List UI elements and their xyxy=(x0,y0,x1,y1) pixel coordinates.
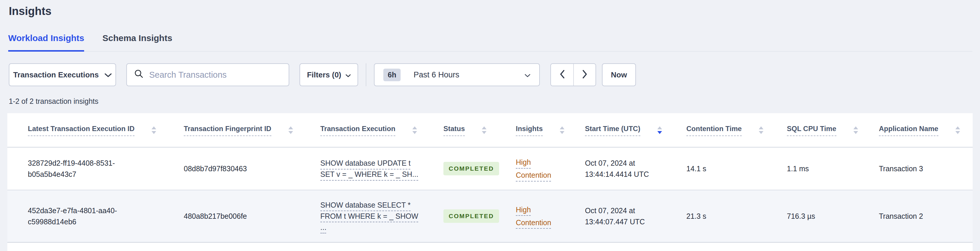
column-header-execution-id[interactable]: Latest Transaction Execution ID xyxy=(7,113,184,147)
sort-icon xyxy=(759,126,764,134)
now-button[interactable]: Now xyxy=(602,63,636,86)
start-time: Oct 07, 2024 at xyxy=(585,205,686,216)
sql-cpu-time: 716.3 µs xyxy=(787,212,815,220)
page-title: Insights xyxy=(9,5,971,18)
status-badge: COMPLETED xyxy=(444,209,499,223)
column-header-fingerprint-id[interactable]: Transaction Fingerprint ID xyxy=(184,113,320,147)
sort-icon xyxy=(560,126,565,134)
transaction-execution-link[interactable]: SHOW database UPDATE t SET v = _ WHERE k… xyxy=(320,157,444,180)
start-time: Oct 07, 2024 at xyxy=(585,157,686,169)
sort-icon xyxy=(288,126,293,134)
controls-row: Transaction Executions Filters (0) 6h Pa… xyxy=(9,63,971,86)
transaction-execution-link[interactable]: SHOW database SELECT * FROM t WHERE k = … xyxy=(320,200,444,233)
sort-icon xyxy=(853,126,858,134)
application-name: Transaction 3 xyxy=(879,165,923,173)
chevron-down-icon xyxy=(345,70,351,80)
execution-id: 452da3e7-e7fa-4801-aa40-c59988d14eb6 xyxy=(28,205,134,227)
tab-bar: Workload Insights Schema Insights xyxy=(8,33,972,51)
previous-time-range-button[interactable] xyxy=(551,64,573,86)
table-row: 452da3e7-e7fa-4801-aa40-c59988d14eb6 480… xyxy=(7,190,973,242)
page-header: Insights xyxy=(0,0,980,18)
chevron-right-icon xyxy=(582,70,587,80)
sort-icon xyxy=(412,126,417,134)
time-range-label: Past 6 Hours xyxy=(414,70,525,80)
time-range-badge: 6h xyxy=(383,69,401,81)
filters-label: Filters (0) xyxy=(307,70,341,80)
column-header-start-time[interactable]: Start Time (UTC) xyxy=(585,113,686,147)
view-select-dropdown[interactable]: Transaction Executions xyxy=(9,63,116,86)
insight-high-contention-link[interactable]: High Contention xyxy=(516,203,560,229)
search-icon xyxy=(134,69,144,81)
insights-table: Latest Transaction Execution ID Transact… xyxy=(7,113,973,243)
insight-high-contention-link[interactable]: High Contention xyxy=(516,156,560,182)
execution-id: 328729d2-ff19-4408-8531-b05a5b4e43c7 xyxy=(28,157,134,180)
fingerprint-id: 08d8b7d97f830463 xyxy=(184,165,247,173)
search-input[interactable] xyxy=(149,70,278,80)
time-range-picker[interactable]: 6h Past 6 Hours xyxy=(374,63,540,86)
results-count: 1-2 of 2 transaction insights xyxy=(9,97,971,106)
chevron-down-icon xyxy=(105,70,111,80)
sort-icon xyxy=(482,126,487,134)
time-range-pager xyxy=(550,63,596,86)
fingerprint-id: 480a8b217be006fe xyxy=(184,212,247,220)
column-header-sql-cpu-time[interactable]: SQL CPU Time xyxy=(787,113,879,147)
application-name: Transaction 2 xyxy=(879,212,923,220)
next-time-range-button[interactable] xyxy=(573,64,595,86)
contention-time: 21.3 s xyxy=(686,212,706,220)
sort-icon xyxy=(151,126,156,134)
status-badge: COMPLETED xyxy=(444,162,499,175)
chevron-left-icon xyxy=(560,70,565,80)
sort-icon xyxy=(955,126,960,134)
tab-workload-insights[interactable]: Workload Insights xyxy=(8,33,84,51)
column-header-status[interactable]: Status xyxy=(444,113,516,147)
table-row: 328729d2-ff19-4408-8531-b05a5b4e43c7 08d… xyxy=(7,147,973,190)
filters-button[interactable]: Filters (0) xyxy=(299,63,358,86)
column-header-insights[interactable]: Insights xyxy=(516,113,585,147)
sort-icon-active-desc xyxy=(657,126,662,134)
column-header-transaction-execution[interactable]: Transaction Execution xyxy=(320,113,444,147)
contention-time: 14.1 s xyxy=(686,165,706,173)
insights-table-card: Latest Transaction Execution ID Transact… xyxy=(7,113,973,251)
sql-cpu-time: 1.1 ms xyxy=(787,165,809,173)
view-select-label: Transaction Executions xyxy=(13,70,99,80)
column-header-contention-time[interactable]: Contention Time xyxy=(686,113,787,147)
controls-divider xyxy=(366,63,366,86)
table-header-row: Latest Transaction Execution ID Transact… xyxy=(7,113,973,147)
chevron-down-icon xyxy=(525,70,530,80)
tab-schema-insights[interactable]: Schema Insights xyxy=(102,33,172,51)
search-box[interactable] xyxy=(126,63,289,86)
insights-page: Insights Workload Insights Schema Insigh… xyxy=(0,0,980,251)
column-header-application-name[interactable]: Application Name xyxy=(879,113,973,147)
